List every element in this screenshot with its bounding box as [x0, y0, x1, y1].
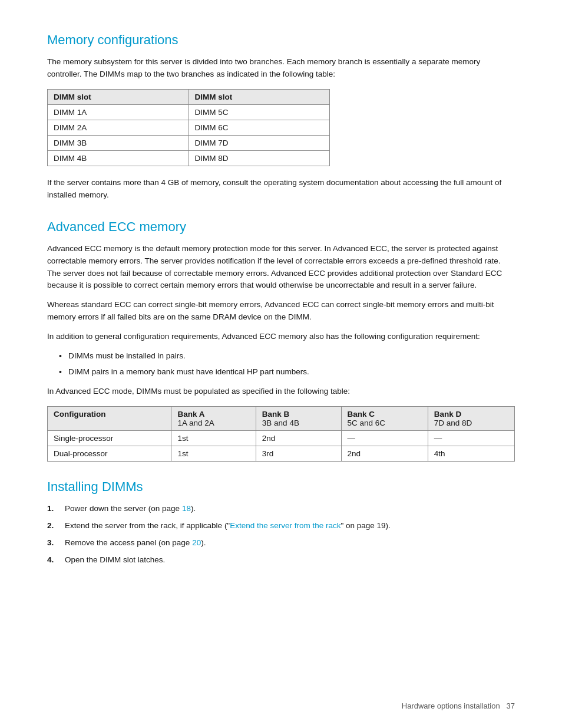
step3-text: Remove the access panel (on page 20).	[65, 538, 206, 547]
step4-text: Open the DIMM slot latches.	[65, 555, 165, 564]
page-footer: Hardware options installation 37	[402, 701, 515, 710]
list-item: Remove the access panel (on page 20).	[47, 537, 515, 549]
ecc-table-header-bankb: Bank B3B and 4B	[256, 406, 341, 430]
list-item: DIMMs must be installed in pairs.	[59, 350, 515, 363]
step1-text: Power down the server (on page 18).	[65, 504, 196, 513]
table-row: Single-processor 1st 2nd — —	[48, 430, 515, 446]
step2-link[interactable]: Extend the server from the rack	[230, 521, 340, 530]
memory-intro-text: The memory subsystem for this server is …	[47, 56, 515, 81]
ecc-para3: In addition to general configuration req…	[47, 331, 515, 343]
installing-steps-list: Power down the server (on page 18). Exte…	[47, 503, 515, 566]
list-item: DIMM pairs in a memory bank must have id…	[59, 366, 515, 378]
dimm-table-header-2: DIMM slot	[189, 89, 330, 104]
memory-after-table-text: If the server contains more than 4 GB of…	[47, 177, 515, 202]
ecc-configuration-table: Configuration Bank A1A and 2A Bank B3B a…	[47, 406, 515, 462]
table-row: DIMM 3B DIMM 7D	[48, 135, 330, 150]
table-cell: 3rd	[256, 446, 341, 461]
step1-link[interactable]: 18	[182, 504, 191, 513]
ecc-before-table: In Advanced ECC mode, DIMMs must be popu…	[47, 386, 515, 398]
table-row: Dual-processor 1st 3rd 2nd 4th	[48, 446, 515, 461]
table-cell: DIMM 7D	[189, 135, 330, 150]
ecc-table-header-banka: Bank A1A and 2A	[171, 406, 256, 430]
table-cell: DIMM 6C	[189, 120, 330, 135]
footer-text: Hardware options installation 37	[402, 701, 515, 710]
table-cell: 4th	[428, 446, 514, 461]
installing-dimms-section: Installing DIMMs Power down the server (…	[47, 479, 515, 566]
ecc-para2: Whereas standard ECC can correct single-…	[47, 299, 515, 324]
memory-configurations-section: Memory configurations The memory subsyst…	[47, 32, 515, 202]
table-cell: 2nd	[341, 446, 428, 461]
list-item: Power down the server (on page 18).	[47, 503, 515, 515]
table-cell: Single-processor	[48, 430, 171, 446]
table-cell: 1st	[171, 446, 256, 461]
table-row: DIMM 2A DIMM 6C	[48, 120, 330, 135]
table-cell: 1st	[171, 430, 256, 446]
step2-text: Extend the server from the rack, if appl…	[65, 521, 391, 530]
table-cell: DIMM 8D	[189, 150, 330, 166]
table-row: DIMM 4B DIMM 8D	[48, 150, 330, 166]
table-cell: Dual-processor	[48, 446, 171, 461]
list-item: Open the DIMM slot latches.	[47, 554, 515, 566]
ecc-table-header-bankc: Bank C5C and 6C	[341, 406, 428, 430]
table-cell: —	[428, 430, 514, 446]
table-cell: 2nd	[256, 430, 341, 446]
list-item: Extend the server from the rack, if appl…	[47, 520, 515, 532]
dimm-slot-table: DIMM slot DIMM slot DIMM 1A DIMM 5C DIMM…	[47, 89, 330, 166]
table-cell: DIMM 4B	[48, 150, 189, 166]
ecc-bullet-list: DIMMs must be installed in pairs. DIMM p…	[59, 350, 515, 378]
table-cell: DIMM 5C	[189, 104, 330, 120]
advanced-ecc-title: Advanced ECC memory	[47, 219, 515, 235]
ecc-table-header-config: Configuration	[48, 406, 171, 430]
ecc-para1: Advanced ECC memory is the default memor…	[47, 243, 515, 292]
table-cell: DIMM 2A	[48, 120, 189, 135]
advanced-ecc-section: Advanced ECC memory Advanced ECC memory …	[47, 219, 515, 462]
table-row: DIMM 1A DIMM 5C	[48, 104, 330, 120]
memory-configurations-title: Memory configurations	[47, 32, 515, 48]
step3-link[interactable]: 20	[192, 538, 201, 547]
installing-dimms-title: Installing DIMMs	[47, 479, 515, 495]
table-cell: DIMM 3B	[48, 135, 189, 150]
table-cell: —	[341, 430, 428, 446]
ecc-table-header-bankd: Bank D7D and 8D	[428, 406, 514, 430]
table-cell: DIMM 1A	[48, 104, 189, 120]
dimm-table-header-1: DIMM slot	[48, 89, 189, 104]
